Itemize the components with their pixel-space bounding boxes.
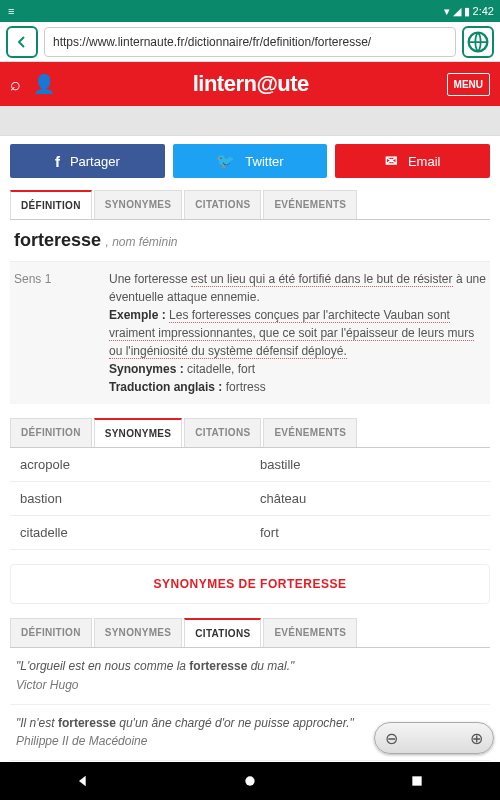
- tab2-citations[interactable]: CITATIONS: [184, 418, 261, 447]
- tabs-1: DÉFINITION SYNONYMES CITATIONS EVÉNEMENT…: [10, 190, 490, 220]
- facebook-icon: f: [55, 153, 60, 170]
- syn-item[interactable]: château: [250, 482, 490, 516]
- globe-button[interactable]: [462, 26, 494, 58]
- twitter-icon: 🐦: [216, 152, 235, 170]
- sense-body: Une forteresse est un lieu qui a été for…: [109, 270, 486, 396]
- zoom-control[interactable]: ⊖ ⊕: [374, 722, 494, 754]
- citation: "L'orgueil est en nous comme la forteres…: [10, 648, 490, 705]
- zoom-out-icon[interactable]: ⊖: [385, 729, 398, 748]
- browser-toolbar: https://www.linternaute.fr/dictionnaire/…: [0, 22, 500, 62]
- tabs-3: DÉFINITION SYNONYMES CITATIONS EVÉNEMENT…: [10, 618, 490, 648]
- menu-button[interactable]: MENU: [447, 73, 490, 96]
- globe-icon: [464, 28, 492, 56]
- android-status-bar: ≡ ▾ ◢ ▮ 2:42: [0, 0, 500, 22]
- syn-item[interactable]: fort: [250, 516, 490, 550]
- word-title: forteresse: [14, 230, 101, 250]
- tab-evenements[interactable]: EVÉNEMENTS: [263, 190, 357, 219]
- share-facebook[interactable]: fPartager: [10, 144, 165, 178]
- tabs-2: DÉFINITION SYNONYMES CITATIONS EVÉNEMENT…: [10, 418, 490, 448]
- back-button[interactable]: [6, 26, 38, 58]
- url-bar[interactable]: https://www.linternaute.fr/dictionnaire/…: [44, 27, 456, 57]
- notification-icon: ≡: [8, 5, 14, 17]
- android-nav-bar: [0, 762, 500, 800]
- share-twitter[interactable]: 🐦Twitter: [173, 144, 328, 178]
- zoom-in-icon[interactable]: ⊕: [470, 729, 483, 748]
- syn-item[interactable]: acropole: [10, 448, 250, 482]
- tab2-evenements[interactable]: EVÉNEMENTS: [263, 418, 357, 447]
- user-icon[interactable]: 👤: [33, 73, 55, 95]
- nav-back-icon[interactable]: [75, 773, 91, 789]
- svg-point-1: [245, 776, 254, 785]
- syn-item[interactable]: citadelle: [10, 516, 250, 550]
- nav-recent-icon[interactable]: [409, 773, 425, 789]
- word-heading: forteresse , nom féminin: [10, 220, 490, 262]
- sense-label: Sens 1: [14, 270, 109, 396]
- svg-rect-2: [412, 776, 421, 785]
- tab2-synonymes[interactable]: SYNONYMES: [94, 418, 183, 447]
- ad-placeholder: [0, 106, 500, 136]
- syn-item[interactable]: bastion: [10, 482, 250, 516]
- battery-icon: ▮: [464, 5, 470, 18]
- tab-synonymes[interactable]: SYNONYMES: [94, 190, 183, 219]
- signal-icon: ◢: [453, 5, 461, 18]
- site-logo[interactable]: lintern@ute: [67, 71, 435, 97]
- page-content: fPartager 🐦Twitter ✉Email DÉFINITION SYN…: [0, 136, 500, 796]
- clock: 2:42: [473, 5, 494, 17]
- tab-definition[interactable]: DÉFINITION: [10, 190, 92, 219]
- share-row: fPartager 🐦Twitter ✉Email: [10, 144, 490, 178]
- word-meta: , nom féminin: [106, 235, 178, 249]
- syn-item[interactable]: bastille: [250, 448, 490, 482]
- sense-1: Sens 1 Une forteresse est un lieu qui a …: [10, 262, 490, 404]
- nav-home-icon[interactable]: [242, 773, 258, 789]
- tab3-citations[interactable]: CITATIONS: [184, 618, 261, 647]
- tab3-definition[interactable]: DÉFINITION: [10, 618, 92, 647]
- tab2-definition[interactable]: DÉFINITION: [10, 418, 92, 447]
- tab-citations[interactable]: CITATIONS: [184, 190, 261, 219]
- synonyms-link[interactable]: SYNONYMES DE FORTERESSE: [10, 564, 490, 604]
- search-icon[interactable]: ⌕: [10, 74, 21, 95]
- wifi-icon: ▾: [444, 5, 450, 18]
- url-text: https://www.linternaute.fr/dictionnaire/…: [53, 35, 371, 49]
- site-header: ⌕ 👤 lintern@ute MENU: [0, 62, 500, 106]
- arrow-left-icon: [13, 33, 31, 51]
- tab3-synonymes[interactable]: SYNONYMES: [94, 618, 183, 647]
- share-email[interactable]: ✉Email: [335, 144, 490, 178]
- synonyms-grid: acropole bastille bastion château citade…: [10, 448, 490, 550]
- tab3-evenements[interactable]: EVÉNEMENTS: [263, 618, 357, 647]
- email-icon: ✉: [385, 152, 398, 170]
